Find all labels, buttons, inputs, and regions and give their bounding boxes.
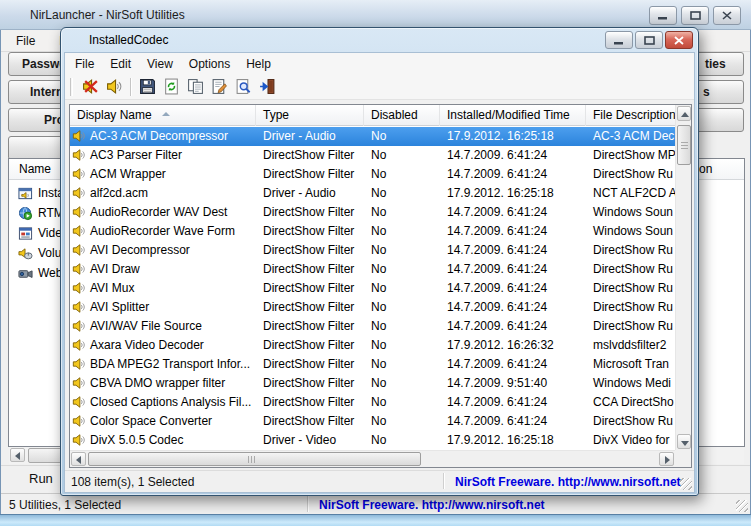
codec-table-row[interactable]: AVI MuxDirectShow FilterNo14.7.2009. 6:4… [70, 279, 675, 298]
copy-button[interactable] [183, 76, 207, 98]
speaker-icon [72, 243, 86, 257]
mute-speaker-button[interactable] [78, 76, 102, 98]
nirlauncher-titlebar[interactable]: NirLauncher - NirSoft Utilities [0, 0, 751, 30]
statusbar-divider [307, 496, 309, 512]
column-header-display-name[interactable]: Display Name [70, 105, 256, 126]
speaker-icon [72, 224, 86, 238]
resize-grip[interactable] [736, 500, 748, 512]
nirsoft-freeware-link[interactable]: NirSoft Freeware. http://www.nirsoft.net [319, 498, 545, 512]
arrow-up-icon [681, 112, 689, 117]
disabled-cell: No [364, 431, 440, 450]
codec-table-row[interactable]: AC3 Parser FilterDirectShow FilterNo14.7… [70, 146, 675, 165]
mute-speaker-icon [82, 78, 99, 95]
codec-table-row[interactable]: DivX 5.0.5 CodecDriver - VideoNo17.9.201… [70, 431, 675, 450]
time-cell: 14.7.2009. 6:41:24 [440, 203, 586, 222]
maximize-button[interactable] [681, 6, 709, 25]
menu-item-file[interactable]: File [7, 33, 44, 51]
codec-table-row[interactable]: AudioRecorder Wave FormDirectShow Filter… [70, 222, 675, 241]
scroll-left-button[interactable] [71, 452, 86, 466]
type-cell: DirectShow Filter [256, 203, 364, 222]
codec-table-row[interactable]: BDA MPEG2 Transport Infor...DirectShow F… [70, 355, 675, 374]
display-name-cell: CBVA DMO wrapper filter [70, 374, 256, 393]
vertical-scrollbar[interactable] [675, 105, 691, 450]
type-cell: DirectShow Filter [256, 279, 364, 298]
display-name-cell: DivX 5.0.5 Codec [70, 431, 256, 450]
properties-button[interactable] [207, 76, 231, 98]
display-name-text: DivX 5.0.5 Codec [90, 433, 183, 447]
find-button[interactable] [231, 76, 255, 98]
codec-table-rows: AC-3 ACM DecompressorDriver - AudioNo17.… [70, 127, 675, 450]
speaker-icon [72, 433, 86, 447]
menu-item-file[interactable]: File [67, 55, 102, 74]
run-button[interactable]: Run [9, 468, 65, 489]
time-cell: 14.7.2009. 6:41:24 [440, 412, 586, 431]
time-cell: 14.7.2009. 6:41:24 [440, 279, 586, 298]
type-cell: DirectShow Filter [256, 374, 364, 393]
type-cell: Driver - Video [256, 431, 364, 450]
scroll-up-button[interactable] [677, 106, 691, 121]
codec-table-row[interactable]: Color Space ConverterDirectShow FilterNo… [70, 412, 675, 431]
column-header-installed-modified-time[interactable]: Installed/Modified Time [440, 105, 586, 126]
description-cell: Windows Soun [586, 203, 675, 222]
maximize-button[interactable] [635, 31, 663, 49]
scroll-right-button[interactable] [659, 452, 674, 466]
nirsoft-freeware-link[interactable]: NirSoft Freeware. http://www.nirsoft.net [455, 475, 681, 489]
display-name-text: AVI Decompressor [90, 243, 190, 257]
disabled-cell: No [364, 317, 440, 336]
disabled-cell: No [364, 184, 440, 203]
disabled-cell: No [364, 146, 440, 165]
scroll-left-button[interactable] [10, 448, 25, 462]
scroll-down-button[interactable] [677, 434, 691, 449]
menu-item-edit[interactable]: Edit [102, 55, 139, 74]
time-cell: 14.7.2009. 9:51:40 [440, 374, 586, 393]
type-cell: DirectShow Filter [256, 146, 364, 165]
codec-table-row[interactable]: ACM WrapperDirectShow FilterNo14.7.2009.… [70, 165, 675, 184]
column-header-label: Disabled [371, 108, 418, 122]
display-name-cell: AudioRecorder Wave Form [70, 222, 256, 241]
scrollbar-thumb[interactable] [677, 125, 691, 165]
display-name-cell: AC-3 ACM Decompressor [70, 127, 256, 146]
menu-item-options[interactable]: Options [181, 55, 238, 74]
disabled-cell: No [364, 412, 440, 431]
exit-icon [259, 78, 276, 95]
codec-table-row[interactable]: AVI SplitterDirectShow FilterNo14.7.2009… [70, 298, 675, 317]
column-header-label: Installed/Modified Time [447, 108, 570, 122]
codec-table-row[interactable]: AC-3 ACM DecompressorDriver - AudioNo17.… [70, 127, 675, 146]
column-header-disabled[interactable]: Disabled [364, 105, 440, 126]
resize-grip[interactable] [680, 478, 692, 490]
refresh-button[interactable] [159, 76, 183, 98]
horizontal-scrollbar[interactable] [70, 450, 675, 467]
scrollbar-thumb[interactable] [88, 452, 421, 466]
speaker-button[interactable] [102, 76, 126, 98]
codec-table-row[interactable]: AVI/WAV File SourceDirectShow FilterNo14… [70, 317, 675, 336]
menu-item-help[interactable]: Help [238, 55, 279, 74]
disabled-cell: No [364, 279, 440, 298]
close-button[interactable] [665, 31, 693, 49]
description-cell: Windows Medi [586, 374, 675, 393]
statusbar-divider [443, 473, 445, 489]
column-header-file-description[interactable]: File Description [586, 105, 675, 126]
display-name-cell: Color Space Converter [70, 412, 256, 431]
display-name-text: Closed Captions Analysis Fil... [90, 395, 251, 409]
menu-item-view[interactable]: View [139, 55, 181, 74]
codec-table-row[interactable]: AVI DecompressorDirectShow FilterNo14.7.… [70, 241, 675, 260]
codec-table-row[interactable]: Closed Captions Analysis Fil...DirectSho… [70, 393, 675, 412]
arrow-left-icon [15, 452, 20, 460]
minimize-button[interactable] [605, 31, 633, 49]
codec-table-row[interactable]: alf2cd.acmDriver - AudioNo17.9.2012. 16:… [70, 184, 675, 203]
minimize-button[interactable] [649, 6, 677, 25]
save-button[interactable] [135, 76, 159, 98]
codec-table-row[interactable]: Axara Video DecoderDirectShow FilterNo17… [70, 336, 675, 355]
exit-button[interactable] [255, 76, 279, 98]
name-column-header[interactable]: Name [19, 162, 51, 176]
installedcodec-titlebar[interactable]: InstalledCodec [64, 28, 695, 52]
codec-table-row[interactable]: AVI DrawDirectShow FilterNo14.7.2009. 6:… [70, 260, 675, 279]
close-button[interactable] [713, 6, 741, 25]
description-column-header-fragment[interactable]: on [699, 162, 712, 176]
column-header-type[interactable]: Type [256, 105, 364, 126]
description-cell: AC-3 ACM Dec [586, 127, 675, 146]
codec-table-row[interactable]: CBVA DMO wrapper filterDirectShow Filter… [70, 374, 675, 393]
installedcodec-toolbar [65, 74, 694, 100]
codec-table-row[interactable]: AudioRecorder WAV DestDirectShow FilterN… [70, 203, 675, 222]
display-name-cell: ACM Wrapper [70, 165, 256, 184]
